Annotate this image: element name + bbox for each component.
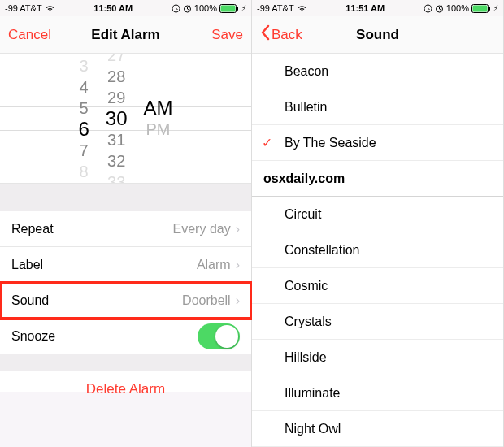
page-title: Sound <box>309 27 446 43</box>
sound-item-constellation[interactable]: Constellation <box>252 232 503 268</box>
sound-item-night-owl[interactable]: Night Owl <box>252 411 503 447</box>
sound-item-cosmic[interactable]: Cosmic <box>252 268 503 304</box>
rotation-lock-icon <box>424 4 432 13</box>
chevron-right-icon: › <box>236 222 240 237</box>
sound-item-circuit[interactable]: Circuit <box>252 197 503 232</box>
sound-item-by-the-seaside[interactable]: ✓ By The Seaside <box>252 125 503 161</box>
alarm-icon <box>183 4 192 13</box>
repeat-row[interactable]: Repeat Every day› <box>0 211 251 247</box>
cancel-button[interactable]: Cancel <box>8 27 51 43</box>
svg-rect-4 <box>237 7 238 11</box>
sound-list[interactable]: Beacon Bulletin ✓ By The Seaside osxdail… <box>252 54 503 447</box>
wifi-icon <box>45 4 55 12</box>
status-bar: -99 AT&T 11:51 AM 100% ⚡︎ <box>252 0 503 16</box>
back-button[interactable]: Back <box>260 24 302 45</box>
status-bar: -99 AT&T 11:50 AM 100% ⚡︎ <box>0 0 251 16</box>
charging-icon: ⚡︎ <box>493 4 498 12</box>
rotation-lock-icon <box>172 4 180 13</box>
battery-percent: 100% <box>446 3 469 13</box>
minute-wheel[interactable]: 27 28 29 30 31 32 33 <box>106 54 128 184</box>
alarm-icon <box>435 4 444 13</box>
status-time: 11:51 AM <box>307 3 424 13</box>
charging-icon: ⚡︎ <box>241 4 246 12</box>
hour-wheel[interactable]: 3 4 5 6 7 8 <box>78 55 89 182</box>
battery-icon <box>219 4 239 13</box>
snooze-toggle[interactable] <box>198 323 240 349</box>
navbar: Back Sound <box>252 16 503 54</box>
save-button[interactable]: Save <box>211 27 243 43</box>
edit-alarm-screen: -99 AT&T 11:50 AM 100% ⚡︎ Cancel Edit Al… <box>0 0 252 447</box>
sound-item-beacon[interactable]: Beacon <box>252 54 503 89</box>
delete-alarm-button[interactable]: Delete Alarm <box>0 354 251 392</box>
snooze-row: Snooze <box>0 319 251 354</box>
sound-label: Sound <box>11 293 49 308</box>
chevron-right-icon: › <box>236 258 240 272</box>
page-title: Edit Alarm <box>57 27 194 43</box>
svg-rect-9 <box>489 7 490 11</box>
section-spacer <box>0 184 251 211</box>
sound-item-bulletin[interactable]: Bulletin <box>252 89 503 125</box>
svg-rect-3 <box>221 5 236 11</box>
status-time: 11:50 AM <box>55 3 172 13</box>
carrier-text: -99 AT&T <box>257 3 294 13</box>
repeat-label: Repeat <box>11 222 54 237</box>
sound-row[interactable]: Sound Doorbell› <box>0 283 251 319</box>
watermark-text: osxdaily.com <box>252 161 503 197</box>
chevron-left-icon <box>260 24 270 45</box>
chevron-right-icon: › <box>236 293 240 308</box>
time-picker[interactable]: 3 4 5 6 7 8 27 28 29 30 31 32 33 AM PM <box>0 54 251 184</box>
wifi-icon <box>297 4 307 12</box>
sound-screen: -99 AT&T 11:51 AM 100% ⚡︎ <box>252 0 504 447</box>
battery-percent: 100% <box>194 3 217 13</box>
snooze-label: Snooze <box>11 329 55 344</box>
alarm-settings-list: Repeat Every day› Label Alarm› Sound Doo… <box>0 211 251 354</box>
sound-item-hillside[interactable]: Hillside <box>252 340 503 375</box>
navbar: Cancel Edit Alarm Save <box>0 16 251 54</box>
ampm-wheel[interactable]: AM PM <box>144 98 173 140</box>
carrier-text: -99 AT&T <box>5 3 42 13</box>
battery-icon <box>471 4 491 13</box>
svg-rect-8 <box>473 5 488 11</box>
label-label: Label <box>11 258 43 272</box>
checkmark-icon: ✓ <box>262 135 272 150</box>
sound-item-crystals[interactable]: Crystals <box>252 304 503 340</box>
sound-item-illuminate[interactable]: Illuminate <box>252 375 503 411</box>
label-row[interactable]: Label Alarm› <box>0 247 251 283</box>
